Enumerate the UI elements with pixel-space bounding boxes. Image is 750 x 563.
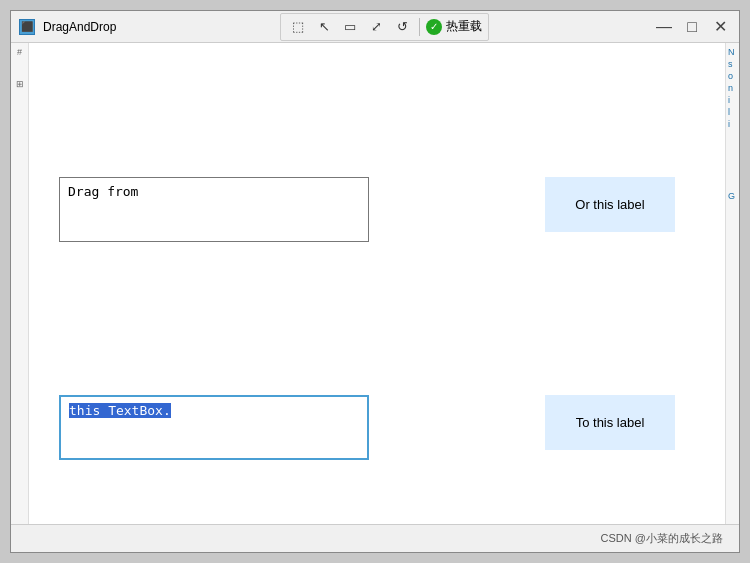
sidebar-right-item-2: s bbox=[728, 59, 737, 69]
cursor-tool-button[interactable]: ↖ bbox=[313, 16, 335, 38]
to-this-label: To this label bbox=[545, 395, 675, 450]
main-window: ⬛ DragAndDrop ⬚ ↖ ▭ ⤢ ↺ ✓ 热重载 — □ ✕ # ⊞ … bbox=[10, 10, 740, 553]
reload-button[interactable]: ✓ 热重载 bbox=[426, 18, 482, 35]
expand-tool-button[interactable]: ⤢ bbox=[365, 16, 387, 38]
or-this-label-text: Or this label bbox=[575, 197, 644, 212]
top-left-area: Drag from bbox=[59, 167, 369, 242]
reload-label: 热重载 bbox=[446, 18, 482, 35]
select-tool-button[interactable]: ⬚ bbox=[287, 16, 309, 38]
sidebar-right-item-1: N bbox=[728, 47, 737, 57]
minimize-button[interactable]: — bbox=[653, 16, 675, 38]
status-bar: CSDN @小菜的成长之路 bbox=[11, 524, 739, 552]
title-bar-left: ⬛ DragAndDrop bbox=[19, 19, 116, 35]
to-this-label-text: To this label bbox=[576, 415, 645, 430]
main-content: Drag from Or this label this TextBox. To… bbox=[29, 75, 725, 552]
maximize-button[interactable]: □ bbox=[681, 16, 703, 38]
drag-to-textbox[interactable]: this TextBox. bbox=[59, 395, 369, 460]
toolbar: ⬚ ↖ ▭ ⤢ ↺ ✓ 热重载 bbox=[280, 13, 489, 41]
window-title: DragAndDrop bbox=[43, 20, 116, 34]
status-text: CSDN @小菜的成长之路 bbox=[601, 531, 723, 546]
toolbar-divider bbox=[419, 18, 420, 36]
drag-from-textbox[interactable]: Drag from bbox=[59, 177, 369, 242]
close-button[interactable]: ✕ bbox=[709, 16, 731, 38]
sidebar-right-item-5: i bbox=[728, 95, 737, 105]
or-this-label: Or this label bbox=[545, 177, 675, 232]
bottom-left-area: this TextBox. bbox=[59, 385, 369, 460]
reload-icon: ✓ bbox=[426, 19, 442, 35]
rotate-tool-button[interactable]: ↺ bbox=[391, 16, 413, 38]
sidebar-right-item-6: l bbox=[728, 107, 737, 117]
rectangle-tool-button[interactable]: ▭ bbox=[339, 16, 361, 38]
sidebar-right-item-8: G bbox=[728, 191, 737, 201]
sidebar-right-item-3: o bbox=[728, 71, 737, 81]
sidebar-right-item-7: i bbox=[728, 119, 737, 129]
app-icon-letter: ⬛ bbox=[21, 21, 33, 32]
bottom-right-area: To this label bbox=[377, 395, 695, 450]
sidebar-right: N s o n i l i G bbox=[725, 43, 739, 524]
sidebar-right-item-4: n bbox=[728, 83, 737, 93]
sidebar-left: # ⊞ bbox=[11, 43, 29, 524]
window-controls: — □ ✕ bbox=[653, 16, 731, 38]
sidebar-left-icon-1: # bbox=[17, 47, 22, 57]
sidebar-left-icon-2: ⊞ bbox=[16, 79, 24, 89]
top-right-area: Or this label bbox=[377, 177, 695, 232]
title-bar: ⬛ DragAndDrop ⬚ ↖ ▭ ⤢ ↺ ✓ 热重载 — □ ✕ bbox=[11, 11, 739, 43]
app-icon: ⬛ bbox=[19, 19, 35, 35]
